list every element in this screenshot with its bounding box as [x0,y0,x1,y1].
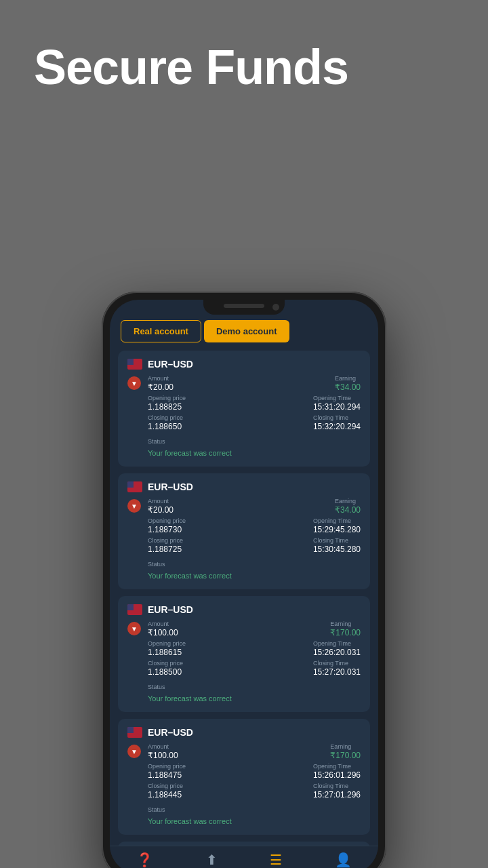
amount-group: Amount ₹20.00 [148,498,174,515]
flag-us-icon [127,359,142,370]
amount-value: ₹100.00 [148,751,178,760]
prices-row: Opening price 1.188615 Opening Time 15:2… [148,640,361,657]
closing-time-label: Closing Time [313,414,361,421]
phone-camera [272,304,279,311]
closing-time-value: 15:30:45.280 [313,545,361,554]
opening-price-label: Opening price [148,395,186,401]
trade-list[interactable]: EUR–USD ▼ Amount ₹20.00 Earning ₹34.00 [110,351,378,846]
amounts-row: Amount ₹20.00 Earning ₹34.00 [148,498,361,515]
trade-header: EUR–USD [127,604,361,615]
closing-price-value: 1.188725 [148,545,183,554]
earning-value: ₹34.00 [335,382,361,392]
trade-card: EUR–USD ▼ Amount ₹20.00 Earning ₹34.00 [118,473,370,589]
tab-demo-account[interactable]: Demo account [204,320,289,342]
closing-time-group: Closing Time 15:27:20.031 [313,660,361,677]
earning-value: ₹170.00 [330,628,361,637]
status-row: Status Your forecast was correct [148,802,361,827]
opening-price-label: Opening price [148,517,186,524]
status-text: Your forecast was correct [148,572,232,580]
status-row: Status Your forecast was correct [148,679,361,704]
opening-time-label: Opening Time [313,395,361,401]
trade-card: EUR–USD ▼ Amount ₹100.00 Earning ₹170.00 [118,596,370,712]
closing-row: Closing price 1.188725 Closing Time 15:3… [148,537,361,554]
amount-label: Amount [148,620,178,627]
flag-us-icon [127,481,142,492]
closing-row: Closing price 1.188445 Closing Time 15:2… [148,783,361,800]
amount-label: Amount [148,375,174,382]
status-label: Status [148,684,165,690]
amounts-row: Amount ₹20.00 Earning ₹34.00 [148,375,361,392]
trade-details: Amount ₹20.00 Earning ₹34.00 Opening pri… [148,375,361,458]
trade-pair: EUR–USD [148,727,193,738]
closing-time-label: Closing Time [313,537,361,544]
opening-time-group: Opening Time 15:26:20.031 [313,640,361,657]
earning-value: ₹170.00 [330,751,361,760]
status-row: Status Your forecast was correct [148,434,361,458]
closing-price-group: Closing price 1.188650 [148,414,183,431]
opening-time-group: Opening Time 15:29:45.280 [313,517,361,534]
closing-time-label: Closing Time [313,783,361,789]
earning-group: Earning ₹170.00 [330,743,361,760]
closing-time-group: Closing Time 15:30:45.280 [313,537,361,554]
trade-details: Amount ₹20.00 Earning ₹34.00 Opening pri… [148,498,361,581]
closing-price-group: Closing price 1.188500 [148,660,183,677]
amount-label: Amount [148,743,178,750]
opening-price-value: 1.188475 [148,770,186,780]
trade-pair: EUR–USD [148,359,193,370]
earning-group: Earning ₹170.00 [330,620,361,637]
closing-price-label: Closing price [148,537,183,544]
flag-us-icon [127,727,142,738]
nav-history-icon[interactable]: ☰ [270,852,282,868]
closing-time-group: Closing Time 15:27:01.296 [313,783,361,800]
closing-price-group: Closing price 1.188445 [148,783,183,800]
closing-price-group: Closing price 1.188725 [148,537,183,554]
status-label: Status [148,806,165,813]
opening-time-value: 15:26:20.031 [313,648,361,657]
closing-row: Closing price 1.188500 Closing Time 15:2… [148,660,361,677]
direction-icon: ▼ [127,622,141,635]
amounts-row: Amount ₹100.00 Earning ₹170.00 [148,620,361,637]
phone-mockup: Real account Demo account EUR–USD ▼ Amou… [102,292,386,868]
trade-header: EUR–USD [127,481,361,492]
status-text: Your forecast was correct [148,449,232,457]
trade-card: EUR–USD ▼ Amount ₹100.00 Earning ₹170.00 [118,719,370,835]
trade-card: EUR–USD ▼ Amount ₹20.00 Earning ₹34.00 [118,351,370,467]
tab-real-account[interactable]: Real account [121,320,201,342]
earning-label: Earning [330,743,361,750]
status-text: Your forecast was correct [148,817,232,825]
status-label: Status [148,561,165,568]
phone-speaker [224,304,264,308]
phone-screen: Real account Demo account EUR–USD ▼ Amou… [110,300,378,868]
opening-price-value: 1.188825 [148,402,186,412]
amount-group: Amount ₹100.00 [148,743,178,760]
earning-label: Earning [335,498,361,505]
amount-value: ₹20.00 [148,505,174,515]
opening-time-value: 15:31:20.294 [313,402,361,412]
earning-group: Earning ₹34.00 [335,498,361,515]
opening-price-group: Opening price 1.188730 [148,517,186,534]
opening-time-value: 15:29:45.280 [313,525,361,534]
trade-card-inner: ▼ Amount ₹20.00 Earning ₹34.00 Opening p… [127,498,361,581]
nav-profile-icon[interactable]: 👤 [335,852,352,868]
phone-notch [203,300,285,315]
trade-direction: ▼ [127,743,141,827]
page-title: Secure Funds [34,41,348,94]
prices-row: Opening price 1.188475 Opening Time 15:2… [148,763,361,780]
closing-price-value: 1.188650 [148,422,183,431]
trade-details: Amount ₹100.00 Earning ₹170.00 Opening p… [148,743,361,827]
amount-value: ₹100.00 [148,628,178,637]
closing-time-value: 15:27:01.296 [313,790,361,800]
closing-price-value: 1.188500 [148,667,183,677]
amount-group: Amount ₹100.00 [148,620,178,637]
nav-help-icon[interactable]: ❓ [136,852,153,868]
opening-price-group: Opening price 1.188825 [148,395,186,412]
trade-pair: EUR–USD [148,481,193,492]
trade-card-inner: ▼ Amount ₹100.00 Earning ₹170.00 Opening… [127,743,361,827]
opening-price-group: Opening price 1.188615 [148,640,186,657]
nav-transfer-icon[interactable]: ⬆ [206,852,218,868]
trade-card-inner: ▼ Amount ₹20.00 Earning ₹34.00 Opening p… [127,375,361,458]
earning-value: ₹34.00 [335,505,361,515]
closing-row: Closing price 1.188650 Closing Time 15:3… [148,414,361,431]
opening-time-value: 15:26:01.296 [313,770,361,780]
closing-time-value: 15:32:20.294 [313,422,361,431]
